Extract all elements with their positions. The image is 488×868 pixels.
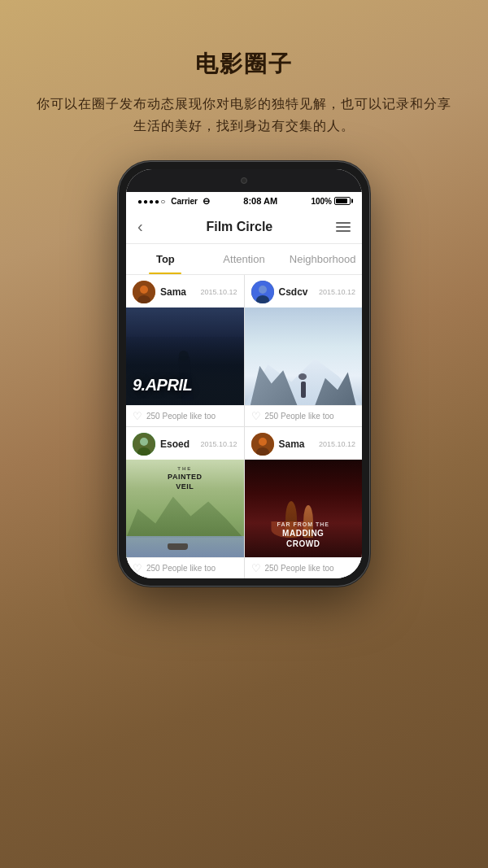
posts-grid: Sama 2015.10.12 9.APRIL (126, 275, 362, 578)
username-2: Csdcv (279, 286, 308, 298)
date-4: 2015.10.12 (319, 440, 355, 448)
phone-shell: ●●●●○ Carrier ⊖ 8:08 AM 100% ‹ Film Circ… (118, 161, 370, 587)
date-3: 2015.10.12 (200, 440, 237, 448)
heart-icon-3[interactable]: ♡ (133, 562, 142, 574)
date-1: 2015.10.12 (200, 288, 237, 296)
tab-neighborhood[interactable]: Neighborhood (283, 244, 362, 274)
post-header-1: Sama 2015.10.12 (126, 275, 244, 308)
avatar-sama2 (251, 433, 274, 456)
menu-line-2 (336, 226, 351, 228)
username-1: Sama (160, 286, 186, 298)
signal-indicator: ●●●●○ (137, 197, 166, 206)
menu-button[interactable] (336, 222, 351, 232)
menu-line-3 (336, 230, 351, 232)
post-header-row-2: Csdcv 2015.10.12 (279, 286, 356, 298)
post-header-row-1: Sama 2015.10.12 (160, 286, 237, 298)
main-title: 电影圈子 (33, 49, 455, 80)
date-2: 2015.10.12 (319, 288, 355, 296)
phone-mockup: ●●●●○ Carrier ⊖ 8:08 AM 100% ‹ Film Circ… (114, 161, 374, 868)
nav-title: Film Circle (206, 220, 272, 234)
username-4: Sama (279, 438, 305, 450)
pv-title: THE PAINTED VEIL (126, 466, 244, 491)
post-item-1[interactable]: Sama 2015.10.12 9.APRIL (126, 275, 244, 426)
heart-icon-1[interactable]: ♡ (133, 410, 142, 422)
main-description: 你可以在圈子发布动态展现你对电影的独特见解，也可以记录和分享生活的美好，找到身边… (33, 93, 455, 137)
post-footer-4: ♡ 250 People like too (245, 557, 363, 578)
battery-fill (336, 198, 347, 203)
post-header-4: Sama 2015.10.12 (245, 427, 363, 460)
like-count-4: 250 People like too (265, 564, 334, 573)
far-title: FAR FROM THE MADDING CROWD (248, 521, 359, 549)
post-header-2: Csdcv 2015.10.12 (245, 275, 363, 308)
battery-icon (334, 197, 351, 205)
status-bar: ●●●●○ Carrier ⊖ 8:08 AM 100% (126, 192, 362, 210)
heart-icon-2[interactable]: ♡ (251, 410, 261, 422)
post-item-3[interactable]: Esoed 2015.10.12 (126, 427, 244, 578)
back-button[interactable]: ‹ (137, 217, 143, 236)
svg-point-10 (259, 438, 267, 446)
username-3: Esoed (160, 438, 190, 450)
poster-painted-veil: THE PAINTED VEIL (126, 460, 244, 557)
post-footer-2: ♡ 250 People like too (245, 405, 363, 426)
wifi-icon: ⊖ (203, 196, 210, 207)
menu-line-1 (336, 222, 351, 224)
carrier-label: Carrier (171, 197, 198, 206)
poster-far-from: FAR FROM THE MADDING CROWD (245, 460, 363, 557)
phone-top-bar (126, 169, 362, 192)
poster-snow (245, 308, 363, 405)
tab-top[interactable]: Top (126, 244, 205, 274)
post-header-row-4: Sama 2015.10.12 (279, 438, 356, 450)
post-item-2[interactable]: Csdcv 2015.10.12 (245, 275, 363, 426)
like-count-3: 250 People like too (146, 564, 216, 573)
post-footer-3: ♡ 250 People like too (126, 557, 244, 578)
svg-point-1 (140, 286, 148, 294)
status-left: ●●●●○ Carrier ⊖ (137, 196, 210, 207)
avatar-sama (133, 281, 155, 303)
intro-section: 电影圈子 你可以在圈子发布动态展现你对电影的独特见解，也可以记录和分享生活的美好… (0, 0, 488, 161)
content-area: Sama 2015.10.12 9.APRIL (126, 275, 362, 578)
phone-screen: ●●●●○ Carrier ⊖ 8:08 AM 100% ‹ Film Circ… (126, 169, 362, 578)
svg-point-4 (259, 286, 267, 294)
post-header-3: Esoed 2015.10.12 (126, 427, 244, 460)
poster-9april: 9.APRIL (126, 308, 244, 405)
avatar-esoed (133, 433, 155, 456)
status-right: 100% (311, 197, 351, 206)
tab-attention[interactable]: Attention (205, 244, 284, 274)
svg-point-7 (140, 438, 148, 446)
battery-percent: 100% (311, 197, 332, 206)
tab-bar: Top Attention Neighborhood (126, 244, 362, 275)
like-count-2: 250 People like too (265, 412, 334, 421)
post-header-row-3: Esoed 2015.10.12 (160, 438, 237, 450)
post-footer-1: ♡ 250 People like too (126, 405, 244, 426)
avatar-csdcv (251, 281, 274, 303)
camera-dot (241, 177, 247, 184)
post-item-4[interactable]: Sama 2015.10.12 (245, 427, 363, 578)
nav-bar: ‹ Film Circle (126, 210, 362, 244)
poster-title-9april: 9.APRIL (133, 377, 192, 393)
status-time: 8:08 AM (243, 196, 277, 206)
heart-icon-4[interactable]: ♡ (251, 562, 261, 574)
like-count-1: 250 People like too (146, 412, 216, 421)
